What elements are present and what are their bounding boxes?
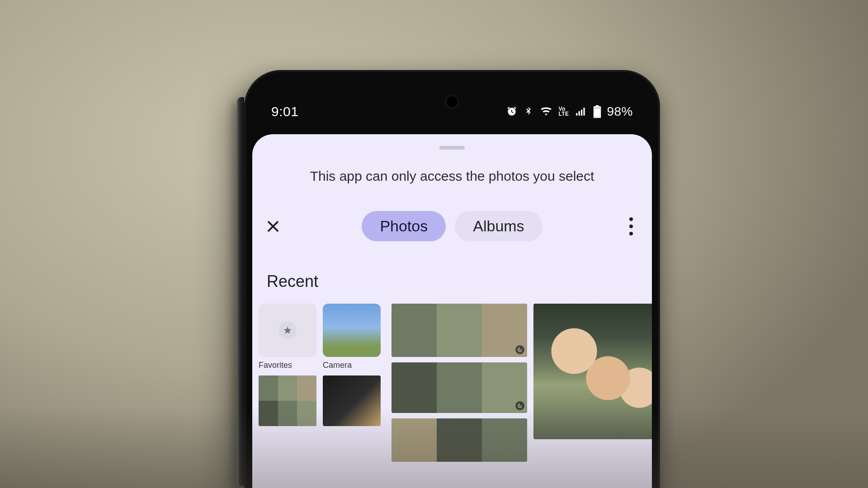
album-camera-label: Camera — [323, 361, 381, 370]
photo-thumbnail[interactable] — [323, 375, 381, 426]
svg-rect-0 — [595, 108, 600, 117]
album-camera[interactable]: Camera — [323, 304, 381, 370]
volte-bottom: LTE — [558, 112, 569, 117]
photo-thumbnail[interactable] — [392, 418, 527, 462]
sheet-drag-handle[interactable] — [439, 146, 465, 150]
status-icons: Vo LTE 98% — [506, 104, 633, 119]
photo-thumbnail[interactable] — [259, 375, 316, 426]
more-options-button[interactable] — [618, 214, 644, 239]
bluetooth-icon — [523, 106, 534, 117]
motion-photo-icon — [515, 401, 524, 410]
tabs: Photos Albums — [295, 211, 609, 241]
star-icon — [278, 321, 297, 339]
wifi-icon — [539, 106, 553, 117]
tab-photos[interactable]: Photos — [362, 211, 446, 241]
album-column: Favorites Camera — [259, 304, 385, 426]
tab-row: Photos Albums — [252, 211, 652, 241]
status-time: 9:01 — [271, 104, 298, 119]
alarm-icon — [506, 106, 518, 117]
more-vert-icon — [629, 216, 633, 237]
scene-background: 9:01 Vo LTE 98% — [0, 0, 868, 488]
permission-text: This app can only access the photos you … — [252, 169, 652, 184]
volte-icon: Vo LTE — [558, 107, 569, 117]
phone-frame: 9:01 Vo LTE 98% — [244, 70, 660, 488]
battery-icon — [593, 105, 601, 118]
section-recent-title: Recent — [267, 272, 652, 291]
motion-photo-icon — [515, 345, 524, 354]
signal-icon — [574, 106, 588, 117]
photo-thumbnail-large[interactable] — [533, 304, 652, 439]
battery-text: 98% — [607, 104, 633, 119]
close-button[interactable] — [260, 214, 286, 239]
phone-hinge — [237, 97, 244, 486]
status-bar: 9:01 Vo LTE 98% — [244, 99, 660, 124]
photo-picker-sheet: This app can only access the photos you … — [252, 134, 652, 488]
photo-grid: Favorites Camera — [252, 304, 652, 462]
photo-thumbnail[interactable] — [392, 362, 527, 413]
album-favorites-label: Favorites — [259, 361, 316, 370]
album-favorites[interactable]: Favorites — [259, 304, 316, 370]
tab-albums[interactable]: Albums — [455, 211, 542, 241]
close-icon — [265, 219, 281, 234]
group-column — [392, 304, 527, 462]
large-photo-column — [533, 304, 646, 439]
photo-thumbnail[interactable] — [392, 304, 527, 357]
